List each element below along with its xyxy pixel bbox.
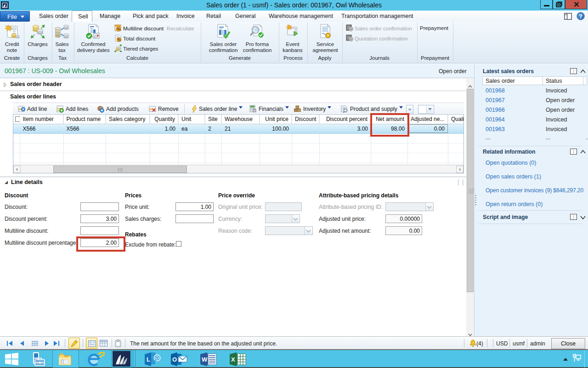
svg-text:L: L [147, 356, 150, 363]
svg-text:X: X [231, 356, 235, 363]
svg-text:O: O [172, 356, 177, 363]
svg-text:%: % [117, 27, 120, 31]
svg-text:W: W [202, 356, 208, 363]
svg-text:%: % [117, 37, 121, 42]
